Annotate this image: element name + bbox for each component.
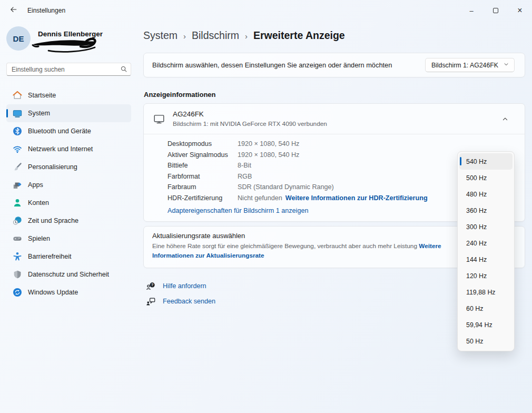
display-selector-label: Bildschirm auswählen, dessen Einstellung… [152,61,392,69]
refresh-rate-option-label: 119,88 Hz [466,289,496,296]
sidebar-item-startseite[interactable]: Startseite [6,86,131,104]
footer-link-label: Feedback senden [163,298,215,305]
refresh-rate-option-label: 144 Hz [466,256,487,263]
sidebar-item-spielen[interactable]: Spielen [6,230,131,248]
sidebar-item-personalisierung[interactable]: Personalisierung [6,158,131,176]
sidebar-item-label: System [28,110,50,117]
sidebar-item-label: Zeit und Sprache [28,217,78,224]
display-selector-value: Bildschirm 1: AG246FK [431,62,498,69]
breadcrumb-separator: › [183,30,186,41]
info-row-label: Farbformat [168,171,238,182]
sidebar-item-windows-update[interactable]: Windows Update [6,283,131,301]
refresh-rate-option-label: 540 Hz [466,158,487,165]
refresh-rate-description: Eine höhere Rate sorgt für eine gleichmä… [152,241,457,261]
refresh-rate-option[interactable]: 144 Hz [459,251,513,268]
refresh-rate-option[interactable]: 59,94 Hz [459,317,513,333]
settings-window: Einstellungen – × DE Dennis Ellenberger … [0,0,532,413]
refresh-rate-option[interactable]: 240 Hz [459,235,513,251]
back-button[interactable] [4,3,22,18]
info-row-value: SDR (Standard Dynamic Range) [238,182,334,193]
info-row-label: Desktopmodus [168,139,238,150]
info-row-value: Nicht gefundenWeitere Informationen zur … [238,193,428,204]
refresh-rate-option[interactable]: 360 Hz [459,202,513,219]
close-icon: × [517,6,522,15]
selection-indicator [6,109,8,117]
privacy-icon [13,270,22,279]
refresh-rate-option[interactable]: 50 Hz [459,333,513,349]
display-selector-card: Bildschirm auswählen, dessen Einstellung… [143,53,525,77]
search-icon [120,65,127,73]
network-icon [13,144,22,154]
refresh-rate-option[interactable]: 120 Hz [459,268,513,284]
monitor-icon [153,113,165,125]
close-button[interactable]: × [508,0,532,21]
display-selector-dropdown[interactable]: Bildschirm 1: AG246FK [425,58,515,72]
info-row-label: HDR-Zertifizierung [168,193,238,204]
refresh-rate-option[interactable]: 540 Hz [459,153,513,170]
user-profile[interactable]: DE Dennis Ellenberger [6,26,133,54]
accessibility-icon [13,252,22,261]
sidebar-item-label: Netzwerk und Internet [28,145,93,153]
refresh-rate-option-label: 50 Hz [466,338,483,345]
bluetooth-icon [13,126,22,136]
system-icon [13,109,22,118]
minimize-button[interactable]: – [459,0,484,21]
footer-link-label: Hilfe anfordern [163,282,206,290]
adapter-properties-link[interactable]: Adaptereigenschaften für Bildschirm 1 an… [168,207,308,214]
refresh-rate-option[interactable]: 60 Hz [459,300,513,317]
breadcrumb-link[interactable]: Bildschirm [192,30,239,42]
sidebar-item-label: Bluetooth und Geräte [28,127,91,135]
sidebar-item-label: Personalisierung [28,163,77,171]
selection-indicator [460,157,461,165]
sidebar-nav: StartseiteSystemBluetooth und GeräteNetz… [6,86,131,301]
window-controls: – × [459,0,532,21]
refresh-rate-option-label: 360 Hz [466,207,487,214]
page-title: Erweiterte Anzeige [253,30,345,42]
refresh-rate-option[interactable]: 119,88 Hz [459,284,513,300]
refresh-rate-description-text: Eine höhere Rate sorgt für eine gleichmä… [152,242,417,250]
sidebar: DE Dennis Ellenberger StartseiteSystemBl… [0,21,137,413]
refresh-rate-option-label: 240 Hz [466,240,487,247]
refresh-rate-option-label: 480 Hz [466,191,487,198]
sidebar-item-label: Startseite [28,92,56,99]
sidebar-item-label: Konten [28,199,49,206]
search-input[interactable] [6,63,131,76]
info-row-label: Bittiefe [168,160,238,171]
sidebar-item-konten[interactable]: Konten [6,194,131,212]
sidebar-item-netzwerk[interactable]: Netzwerk und Internet [6,140,131,158]
breadcrumb: System›Bildschirm›Erweiterte Anzeige [143,25,525,45]
sidebar-item-label: Datenschutz und Sicherheit [28,271,109,278]
window-title: Einstellungen [27,7,65,14]
sidebar-item-label: Windows Update [28,289,78,296]
apps-icon [13,180,22,190]
refresh-rate-option[interactable]: 300 Hz [459,219,513,235]
hilfe-anfordern-link[interactable]: ?Hilfe anfordern [146,281,206,291]
feedback-icon [146,297,156,307]
info-row-value: 1920 × 1080, 540 Hz [238,150,299,161]
sidebar-item-bluetooth[interactable]: Bluetooth und Geräte [6,122,131,140]
sidebar-item-label: Apps [28,181,43,189]
refresh-rate-option[interactable]: 480 Hz [459,186,513,202]
feedback-senden-link[interactable]: Feedback senden [146,297,215,307]
titlebar: Einstellungen – × [0,0,532,21]
sidebar-item-barrierefreiheit[interactable]: Barrierefreiheit [6,248,131,266]
home-icon [13,91,22,100]
refresh-rate-option[interactable]: 500 Hz [459,170,513,186]
hdr-info-link[interactable]: Weitere Informationen zur HDR-Zertifizie… [285,194,428,202]
info-row-value: 8-Bit [238,160,251,171]
refresh-rate-option-label: 300 Hz [466,223,487,231]
display-info-header[interactable]: AG246FK Bildschirm 1: mit NVIDIA GeForce… [144,104,525,134]
svg-text:?: ? [151,283,153,287]
chevron-up-icon[interactable] [501,115,509,123]
sidebar-item-zeit-und-sprache[interactable]: Zeit und Sprache [6,212,131,230]
sidebar-item-system[interactable]: System [6,104,131,122]
settings-search [6,63,131,76]
breadcrumb-separator: › [245,30,248,41]
maximize-button[interactable] [484,0,508,21]
sidebar-item-apps[interactable]: Apps [6,176,131,194]
display-connection-info: Bildschirm 1: mit NVIDIA GeForce RTX 409… [173,120,327,127]
refresh-rate-option-label: 120 Hz [466,272,487,280]
personalization-icon [13,162,22,172]
sidebar-item-datenschutz[interactable]: Datenschutz und Sicherheit [6,266,131,283]
breadcrumb-link[interactable]: System [143,30,178,42]
